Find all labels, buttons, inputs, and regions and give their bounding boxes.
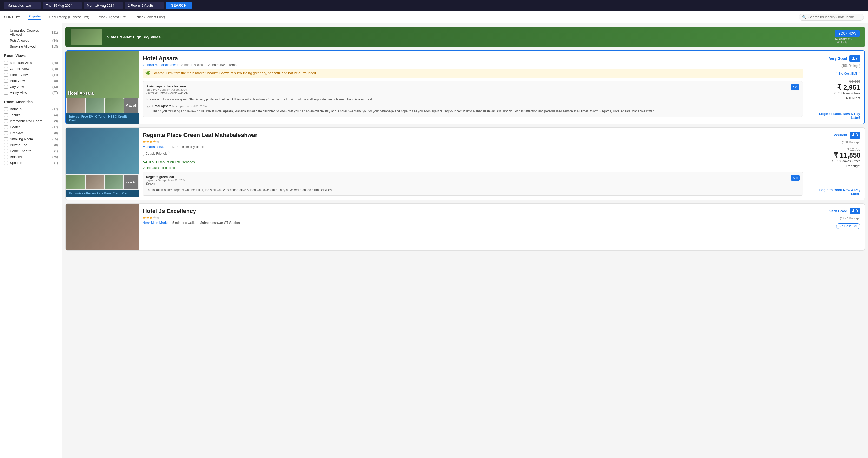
review-text-regenta: The location of the property was beautif… (146, 188, 800, 192)
content-area: Vistas & 40-ft High Sky Villas. BOOK NOW… (62, 23, 868, 458)
filter-bathtub[interactable]: Bathtub (17) (4, 106, 58, 112)
hotel-stars-regenta: ★★★★★ (143, 140, 803, 144)
hotel-highlight-apsara: 🌿 Located 1 km from the main market, bea… (143, 69, 803, 78)
filter-balcony[interactable]: Balcony (55) (4, 154, 58, 160)
review-meta-apsara: ShrutiM. • Couple • Jul 29, 2024 (146, 88, 188, 91)
review-box-apsara: A visit again place for sure. ShrutiM. •… (143, 81, 803, 117)
filter-jacuzzi[interactable]: Jacuzzi (4) (4, 112, 58, 118)
rating-badge-apsara: Very Good 3.7 (829, 55, 860, 62)
banner-cta[interactable]: BOOK NOW (835, 30, 860, 37)
hotel-price-js: Very Good 4.0 (1277 Ratings) No Cost EMI (807, 204, 865, 250)
hotel-price-regenta: Excellent 4.3 (368 Ratings) ₹ 12,750 ₹ 1… (807, 128, 865, 200)
filter-heater[interactable]: Heater (17) (4, 124, 58, 130)
hotel-card-js-excellency[interactable]: Hotel Js Excellency ★★★★★ Near Main Mark… (65, 203, 865, 251)
filter-city-view[interactable]: City View (13) (4, 84, 58, 90)
hotel-name-apsara[interactable]: Hotel Apsara (143, 55, 803, 62)
book-later-apsara[interactable]: Login to Book Now & Pay Later! (811, 112, 860, 120)
reply-text-apsara: Thank you for rating and reviewing us. W… (152, 109, 799, 114)
checkbox-smoking-allowed[interactable] (4, 45, 8, 48)
checkbox-unmarried-couples[interactable] (4, 31, 8, 34)
hotel-thumb-r3[interactable] (105, 175, 123, 189)
filter-mountain-view[interactable]: Mountain View (30) (4, 60, 58, 66)
hotel-name-js[interactable]: Hotel Js Excellency (143, 208, 803, 214)
price-original-regenta: ₹ 12,750 (847, 147, 861, 151)
hotel-info-regenta: Regenta Place Green Leaf Mahabaleshwar ★… (138, 128, 807, 200)
hotel-info-js: Hotel Js Excellency ★★★★★ Near Main Mark… (138, 204, 807, 250)
sort-label: SORT BY: (4, 15, 20, 19)
filter-forest-view[interactable]: Forest View (14) (4, 72, 58, 78)
stars-empty: ★ (156, 140, 160, 144)
hotel-main-image-js (66, 204, 138, 250)
hotel-main-image-regenta (66, 128, 138, 175)
hotel-thumb-r2[interactable] (86, 175, 104, 189)
rooms-input[interactable]: 1 Room, 2 Adults (125, 2, 164, 9)
amenity-fb-regenta: 🏷 10% Discount on F&B services (143, 160, 803, 164)
search-button[interactable]: SEARCH (166, 2, 191, 9)
banner-logo: Nabhananta (835, 37, 860, 41)
price-taxes-regenta: + ₹ 3,188 taxes & fees (829, 159, 861, 163)
filter-unmarried-couples[interactable]: Unmarried Couples Allowed (111) (4, 28, 58, 37)
filter-garden-view[interactable]: Garden View (28) (4, 66, 58, 72)
check-icon: ✓ (143, 166, 146, 170)
hotel-location-js: Near Main Market | 5 minutes walk to Mah… (143, 221, 803, 224)
tag-couple-friendly: Couple Friendly (143, 151, 170, 156)
sort-bar: SORT BY: Popular User Rating (Highest Fi… (0, 11, 868, 23)
hotel-thumb-1[interactable] (66, 98, 85, 113)
room-amenities-title: Room Amenities (4, 100, 58, 104)
checkbox-pets-allowed[interactable] (4, 39, 8, 42)
stars-filled: ★★★★ (143, 140, 156, 144)
hotel-thumb-r1[interactable] (66, 175, 85, 189)
reply-box-apsara: ↩ Hotel Apsara has replied on Jul 31, 20… (146, 104, 799, 114)
filter-private-pool[interactable]: Private Pool (8) (4, 142, 58, 148)
filter-spa-tub[interactable]: Spa Tub (1) (4, 160, 58, 166)
destination-input[interactable]: Mahabaleshwar (4, 2, 40, 9)
checkin-input[interactable]: Thu, 15 Aug 2024 (42, 2, 82, 9)
per-night-regenta: Per Night (846, 164, 861, 168)
banner-image (71, 29, 102, 45)
hotel-search-box[interactable]: 🔍 (799, 14, 864, 21)
sort-popular[interactable]: Popular (28, 14, 41, 20)
hotel-price-apsara: Very Good 3.7 (156 Ratings) No Cost EMI … (807, 51, 864, 124)
review-meta-regenta: Jayesh • Group • May 27, 2024 (146, 179, 186, 182)
review-text-apsara: Rooms and location are great. Staff is v… (146, 97, 799, 102)
discount-icon: 🏷 (143, 160, 147, 164)
search-icon: 🔍 (802, 15, 806, 19)
hotel-thumb-3[interactable] (105, 98, 124, 113)
sidebar: Unmarried Couples Allowed (111) Pets All… (0, 23, 62, 458)
reply-date: has replied on (172, 104, 191, 108)
review-score-regenta: 5.0 (791, 175, 800, 181)
filter-fireplace[interactable]: Fireplace (8) (4, 130, 58, 136)
hotel-thumb-row-apsara: View All (66, 98, 139, 113)
sort-price-high[interactable]: Price (Highest First) (97, 15, 127, 19)
promo-banner[interactable]: Vistas & 40-ft High Sky Villas. BOOK NOW… (65, 27, 865, 47)
no-cost-emi-badge-js: No Cost EMI (836, 223, 861, 229)
filter-valley-view[interactable]: Valley View (37) (4, 90, 58, 96)
hotel-thumb-row-regenta: View All (66, 175, 138, 190)
sort-user-rating[interactable]: User Rating (Highest First) (50, 15, 89, 19)
search-input[interactable] (808, 15, 861, 19)
hotel-name-regenta[interactable]: Regenta Place Green Leaf Mahabaleshwar (143, 132, 803, 139)
filter-smoking-room[interactable]: Smoking Room (35) (4, 136, 58, 142)
book-later-regenta[interactable]: Login to Book Now & Pay Later! (812, 188, 861, 196)
view-all-button-apsara[interactable]: View All (124, 98, 138, 113)
filter-home-theatre[interactable]: Home Theatre (1) (4, 148, 58, 154)
review-type-regenta: Deluxe (146, 182, 186, 185)
sort-price-low[interactable]: Price (Lowest First) (136, 15, 165, 19)
filter-interconnected-room[interactable]: Interconnected Room (9) (4, 118, 58, 124)
room-views-title: Room Views (4, 54, 58, 58)
hotel-card-regenta[interactable]: View All Exclusive offer on Axis Bank Cr… (65, 127, 865, 200)
view-all-button-regenta[interactable]: View All (124, 175, 138, 189)
reply-icon: ↩ (146, 104, 150, 110)
banner-tagline: T&C Apply (835, 41, 860, 44)
hotel-card-apsara[interactable]: Hotel Apsara View All Interest Free EMI … (65, 51, 865, 124)
filter-smoking-allowed[interactable]: Smoking Allowed (108) (4, 43, 58, 50)
filter-pets-allowed[interactable]: Pets Allowed (34) (4, 37, 58, 43)
review-title-apsara: A visit again place for sure. (146, 85, 188, 88)
no-cost-emi-badge-apsara: No Cost EMI (836, 71, 860, 77)
hotel-location-regenta: Mahabaleshwar | 11.7 km from city centre (143, 145, 803, 149)
hotel-promo-regenta: Exclusive offer on Axis Bank Credit Card… (66, 190, 138, 197)
banner-text: Vistas & 40-ft High Sky Villas. (107, 35, 830, 39)
checkout-input[interactable]: Mon, 19 Aug 2024 (84, 2, 123, 9)
filter-pool-view[interactable]: Pool View (8) (4, 78, 58, 84)
hotel-thumb-2[interactable] (86, 98, 104, 113)
